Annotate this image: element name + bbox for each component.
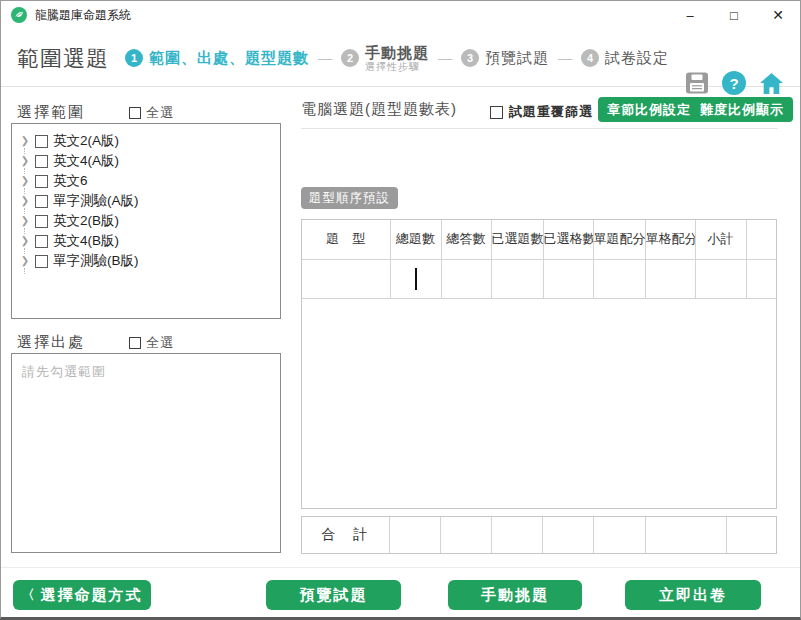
step-2-manual-pick[interactable]: 2 手動挑題 選擇性步驟 — [341, 44, 429, 73]
minimize-button[interactable]: – — [668, 1, 712, 29]
cell-question-type[interactable] — [302, 259, 390, 298]
tree-item-label: 英文2(A版) — [53, 132, 119, 150]
close-button[interactable]: ✕ — [756, 1, 800, 29]
tree-item-label: 單字測驗(A版) — [53, 192, 139, 210]
cell-empty — [746, 259, 776, 298]
totals-cell — [645, 517, 726, 553]
wizard-header: 範圍選題 1 範圍、出處、題型題數 — 2 手動挑題 選擇性步驟 — 3 預覽試… — [1, 29, 800, 87]
chevron-right-icon[interactable]: ❯ — [19, 235, 31, 247]
chevron-right-icon[interactable]: ❯ — [19, 155, 31, 167]
duplicate-filter-label: 試題重覆篩選 — [509, 103, 593, 121]
tree-item-eng4a[interactable]: ❯ 英文4(A版) — [19, 151, 280, 171]
step-1-range[interactable]: 1 範圍、出處、題型題數 — [125, 49, 309, 68]
totals-cell — [726, 517, 776, 553]
back-button-label: 選擇命題方式 — [41, 586, 143, 605]
step-separator: — — [438, 50, 452, 66]
col-header-points-per-question: 單題配分 — [593, 220, 645, 259]
question-type-table: 題 型 總題數 總答數 已選題數 已選格數 單題配分 單格配分 小計 — [301, 219, 777, 509]
totals-cell — [389, 517, 440, 553]
chevron-right-icon[interactable]: ❯ — [19, 195, 31, 207]
source-list-panel: 請先勾選範圍 — [11, 353, 281, 553]
source-select-all-checkbox[interactable] — [129, 337, 141, 349]
cell-points-per-blank[interactable] — [645, 259, 695, 298]
computer-selection-title: 電腦選題(題型題數表) — [301, 100, 457, 119]
chapter-ratio-button[interactable]: 章節比例設定 — [598, 97, 700, 122]
tree-item-eng6[interactable]: ❯ 英文6 — [19, 171, 280, 191]
tree-item-label: 英文2(B版) — [53, 212, 119, 230]
save-icon[interactable] — [685, 72, 709, 94]
source-placeholder-text: 請先勾選範圍 — [12, 354, 280, 390]
source-select-all[interactable]: 全選 — [129, 334, 174, 352]
preview-questions-button[interactable]: 預覽試題 — [266, 580, 401, 610]
chevron-right-icon[interactable]: ❯ — [19, 175, 31, 187]
duplicate-filter-checkbox[interactable] — [490, 106, 503, 119]
range-select-all-checkbox[interactable] — [129, 107, 141, 119]
step-2-subtitle: 選擇性步驟 — [365, 61, 429, 73]
table-header-row: 題 型 總題數 總答數 已選題數 已選格數 單題配分 單格配分 小計 — [302, 220, 776, 259]
step-3-preview[interactable]: 3 預覽試題 — [461, 49, 549, 68]
cell-total-answers[interactable] — [441, 259, 491, 298]
chevron-right-icon[interactable]: ❯ — [19, 215, 31, 227]
step-1-label: 範圍、出處、題型題數 — [149, 49, 309, 68]
range-section-title: 選擇範圍 — [17, 103, 85, 122]
question-type-order-preset-button[interactable]: 題型順序預設 — [301, 187, 398, 209]
step-4-paper-settings[interactable]: 4 試卷設定 — [581, 49, 669, 68]
cell-selected-questions[interactable] — [491, 259, 543, 298]
range-tree-panel: ❯ 英文2(A版) ❯ 英文4(A版) ❯ 英文6 ❯ 單字測驗(A版) ❯ — [11, 123, 281, 319]
totals-cell — [440, 517, 491, 553]
tree-item-label: 英文4(A版) — [53, 152, 119, 170]
chevron-right-icon[interactable]: ❯ — [19, 135, 31, 147]
cell-total-questions[interactable] — [390, 259, 441, 298]
title-bar: 龍騰題庫命題系統 – □ ✕ — [1, 1, 800, 29]
col-header-selected-blanks: 已選格數 — [543, 220, 593, 259]
step-separator: — — [558, 50, 572, 66]
tree-item-checkbox[interactable] — [35, 215, 48, 228]
tree-item-vocab-a[interactable]: ❯ 單字測驗(A版) — [19, 191, 280, 211]
totals-label: 合 計 — [302, 517, 389, 553]
back-to-method-button[interactable]: 〈 選擇命題方式 — [13, 580, 151, 610]
app-logo-icon — [11, 7, 27, 23]
range-tree: ❯ 英文2(A版) ❯ 英文4(A版) ❯ 英文6 ❯ 單字測驗(A版) ❯ — [12, 124, 280, 271]
panel-divider — [301, 128, 778, 129]
tree-item-label: 單字測驗(B版) — [53, 252, 139, 270]
step-4-badge: 4 — [581, 49, 599, 67]
step-3-label: 預覽試題 — [485, 49, 549, 68]
home-icon[interactable] — [759, 72, 784, 95]
cell-subtotal[interactable] — [695, 259, 746, 298]
tree-item-eng2a[interactable]: ❯ 英文2(A版) — [19, 131, 280, 151]
tree-item-checkbox[interactable] — [35, 175, 48, 188]
source-section-title: 選擇出處 — [17, 333, 85, 352]
step-2-label: 手動挑題 — [365, 44, 429, 61]
cell-selected-blanks[interactable] — [543, 259, 593, 298]
source-select-all-label: 全選 — [146, 334, 174, 352]
tree-item-checkbox[interactable] — [35, 255, 48, 268]
tree-item-label: 英文4(B版) — [53, 232, 119, 250]
help-icon[interactable]: ? — [722, 71, 746, 95]
step-2-badge: 2 — [341, 49, 359, 67]
tree-item-eng4b[interactable]: ❯ 英文4(B版) — [19, 231, 280, 251]
maximize-button[interactable]: □ — [712, 1, 756, 29]
range-select-all[interactable]: 全選 — [129, 104, 174, 122]
tree-item-vocab-b[interactable]: ❯ 單字測驗(B版) — [19, 251, 280, 271]
step-separator: — — [318, 50, 332, 66]
difficulty-ratio-button[interactable]: 難度比例顯示 — [691, 97, 793, 122]
generate-paper-button[interactable]: 立即出卷 — [625, 580, 761, 610]
duplicate-filter[interactable]: 試題重覆篩選 — [490, 103, 593, 121]
step-indicator: 1 範圍、出處、題型題數 — 2 手動挑題 選擇性步驟 — 3 預覽試題 — 4… — [125, 29, 669, 87]
tree-item-checkbox[interactable] — [35, 195, 48, 208]
tree-item-checkbox[interactable] — [35, 235, 48, 248]
cell-points-per-question[interactable] — [593, 259, 645, 298]
tree-item-checkbox[interactable] — [35, 135, 48, 148]
col-header-selected-questions: 已選題數 — [491, 220, 543, 259]
tree-item-checkbox[interactable] — [35, 155, 48, 168]
totals-row: 合 計 — [301, 516, 777, 554]
col-header-total-questions: 總題數 — [390, 220, 441, 259]
window-title: 龍騰題庫命題系統 — [35, 7, 131, 24]
manual-pick-button[interactable]: 手動挑題 — [448, 580, 582, 610]
chevron-left-icon: 〈 — [22, 586, 35, 604]
totals-cell — [542, 517, 593, 553]
tree-item-eng2b[interactable]: ❯ 英文2(B版) — [19, 211, 280, 231]
range-select-all-label: 全選 — [146, 104, 174, 122]
chevron-right-icon[interactable]: ❯ — [19, 255, 31, 267]
col-header-subtotal: 小計 — [695, 220, 746, 259]
